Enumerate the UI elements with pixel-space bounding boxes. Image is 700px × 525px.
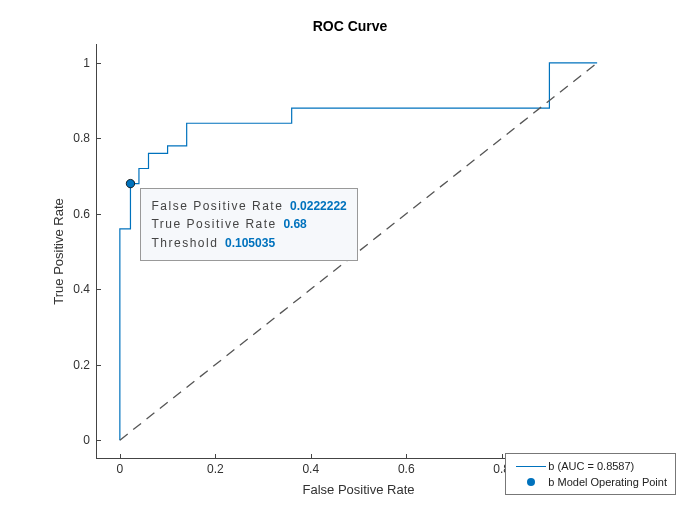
datatip-tpr-value: 0.68 xyxy=(283,217,306,231)
y-tick-label: 0 xyxy=(60,433,90,447)
y-tick-mark xyxy=(96,365,101,366)
x-tick-mark xyxy=(502,454,503,459)
datatip-thr-value: 0.105035 xyxy=(225,236,275,250)
y-axis-label: True Positive Rate xyxy=(48,44,68,459)
x-tick-mark xyxy=(406,454,407,459)
x-tick-mark xyxy=(120,454,121,459)
datatip-fpr-label: False Positive Rate xyxy=(151,199,283,213)
y-tick-label: 0.2 xyxy=(60,358,90,372)
x-tick-label: 0.2 xyxy=(207,462,224,476)
x-tick-mark xyxy=(311,454,312,459)
legend-line-icon xyxy=(514,466,548,467)
y-tick-label: 0.4 xyxy=(60,282,90,296)
legend-item-series[interactable]: b (AUC = 0.8587) xyxy=(514,458,667,474)
x-tick-label: 0.4 xyxy=(302,462,319,476)
y-tick-label: 1 xyxy=(60,56,90,70)
y-tick-mark xyxy=(96,214,101,215)
datatip-fpr-value: 0.0222222 xyxy=(290,199,347,213)
y-tick-mark xyxy=(96,440,101,441)
y-tick-label: 0.8 xyxy=(60,131,90,145)
x-tick-label: 0 xyxy=(117,462,124,476)
y-tick-mark xyxy=(96,289,101,290)
y-tick-mark xyxy=(96,138,101,139)
x-tick-mark xyxy=(215,454,216,459)
axes-area[interactable]: False Positive Rate 0.0222222 True Posit… xyxy=(96,44,621,459)
datatip-tpr-label: True Positive Rate xyxy=(151,217,276,231)
legend-series-label: b (AUC = 0.8587) xyxy=(548,460,634,472)
data-tip[interactable]: False Positive Rate 0.0222222 True Posit… xyxy=(140,188,357,262)
datatip-thr-label: Threshold xyxy=(151,236,218,250)
y-tick-mark xyxy=(96,63,101,64)
operating-point-marker[interactable] xyxy=(126,179,134,187)
legend-dot-icon xyxy=(514,478,548,486)
legend-op-label: b Model Operating Point xyxy=(548,476,667,488)
figure: ROC Curve True Positive Rate False Posit… xyxy=(0,0,700,525)
legend-item-operating-point[interactable]: b Model Operating Point xyxy=(514,474,667,490)
x-tick-label: 0.6 xyxy=(398,462,415,476)
y-tick-label: 0.6 xyxy=(60,207,90,221)
legend[interactable]: b (AUC = 0.8587) b Model Operating Point xyxy=(505,453,676,495)
chart-title: ROC Curve xyxy=(0,18,700,34)
